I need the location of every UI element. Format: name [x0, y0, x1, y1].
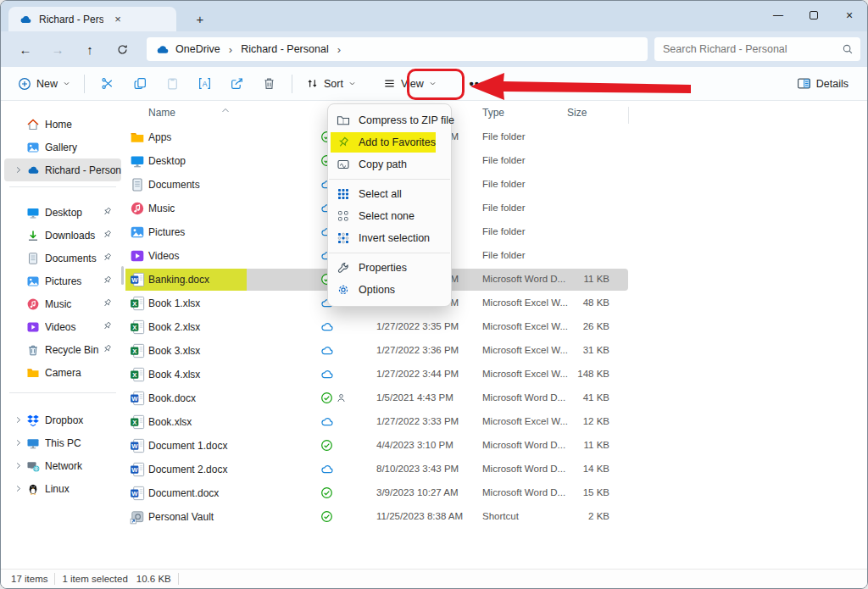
delete-button[interactable] [253, 71, 285, 97]
file-size: 11 KB [531, 274, 609, 284]
this-pc-icon [26, 436, 40, 450]
see-more-button[interactable]: ••• [459, 71, 496, 97]
sidebar-scrollbar[interactable] [121, 266, 124, 285]
chevron-right-icon[interactable] [9, 484, 26, 493]
view-button[interactable]: View [376, 72, 443, 95]
search-input[interactable] [663, 43, 842, 55]
up-button[interactable]: ↑ [77, 36, 103, 62]
tab-close-icon[interactable]: × [110, 12, 125, 27]
options-gear-icon [337, 283, 350, 297]
file-row-book-docx[interactable]: WBook.docx1/5/2021 4:43 PMMicrosoft Word… [125, 386, 867, 410]
file-row-personal-vault[interactable]: Personal Vault11/25/2023 8:38 AMShortcut… [125, 505, 867, 529]
sidebar-item-linux[interactable]: Linux [4, 477, 121, 500]
rename-button[interactable]: A [188, 71, 220, 97]
new-button-label: New [36, 78, 58, 90]
minimize-button[interactable]: — [760, 1, 796, 30]
file-name: Document 1.docx [148, 440, 227, 452]
copy-button[interactable] [124, 71, 156, 97]
rename-icon: A [198, 76, 212, 91]
file-row-book-xlsx[interactable]: XBook.xlsx1/27/2022 3:33 PMMicrosoft Exc… [125, 410, 867, 434]
maximize-button[interactable] [796, 1, 832, 30]
date-modified: 1/27/2022 3:33 PM [376, 416, 459, 426]
forward-button[interactable]: → [45, 36, 70, 62]
search-icon [842, 43, 854, 55]
cut-button[interactable] [92, 71, 124, 97]
menu-item-options[interactable]: Options [328, 279, 451, 301]
refresh-button[interactable] [109, 36, 135, 62]
items-count: 17 items [11, 574, 47, 584]
breadcrumb-onedrive[interactable]: OneDrive [175, 43, 220, 55]
sidebar-item-this-pc[interactable]: This PC [4, 431, 121, 454]
sidebar-item-dropbox[interactable]: Dropbox [4, 408, 121, 431]
sort-button[interactable]: Sort [299, 72, 363, 95]
file-row-document-2-docx[interactable]: WDocument 2.docx8/10/2023 3:43 PMMicroso… [125, 458, 867, 481]
address-bar[interactable]: OneDrive › Richard - Personal › [147, 37, 648, 61]
home-icon [26, 118, 40, 131]
file-list-pane: Name St Type Size AppsMFile folderDeskto… [125, 101, 867, 569]
file-row-videos[interactable]: VideosFile folder [125, 244, 867, 268]
sidebar-item-desktop[interactable]: Desktop [4, 201, 121, 224]
file-name: Book 4.xlsx [148, 369, 200, 381]
file-row-book-4-xlsx[interactable]: XBook 4.xlsx1/27/2022 3:44 PMMicrosoft E… [125, 363, 867, 386]
file-row-pictures[interactable]: PicturesFile folder [125, 220, 867, 244]
svg-text:W: W [131, 276, 138, 284]
sidebar-item-documents[interactable]: Documents [4, 247, 121, 269]
paste-button[interactable] [156, 71, 188, 97]
details-button[interactable]: Details [790, 71, 855, 96]
column-header-size[interactable]: Size [567, 107, 587, 119]
word-doc-icon: W [130, 486, 145, 501]
file-row-music[interactable]: MusicFile folder [125, 197, 867, 220]
chevron-right-icon[interactable] [9, 461, 26, 470]
file-row-book-2-xlsx[interactable]: XBook 2.xlsx1/27/2022 3:35 PMMicrosoft E… [125, 315, 867, 339]
tab-richard-personal[interactable]: Richard - Personal × [8, 7, 176, 31]
sidebar-item-network[interactable]: Network [4, 454, 121, 477]
chevron-right-icon[interactable] [9, 165, 26, 175]
menu-item-select-none[interactable]: Select none [328, 205, 451, 227]
cloud-status-icon [320, 368, 334, 381]
file-row-banking-docx[interactable]: WBanking.docxMMicrosoft Word D...11 KB [125, 268, 867, 292]
menu-item-properties[interactable]: Properties [328, 257, 451, 279]
sidebar-item-richard-personal[interactable]: Richard - Personal [4, 158, 121, 181]
file-row-document-1-docx[interactable]: WDocument 1.docx4/4/2023 3:10 PMMicrosof… [125, 434, 867, 458]
menu-item-compress-to-zip-file[interactable]: Compress to ZIP file [328, 109, 451, 131]
chevron-down-icon [63, 80, 70, 87]
menu-item-invert-selection[interactable]: Invert selection [328, 227, 451, 249]
column-header-name[interactable]: Name [148, 107, 175, 119]
menu-item-label: Select none [359, 210, 415, 222]
file-row-document-docx[interactable]: WDocument.docx3/9/2023 10:27 AMMicrosoft… [125, 481, 867, 505]
file-type: File folder [482, 226, 609, 236]
new-tab-button[interactable]: + [191, 9, 209, 28]
word-doc-icon: W [130, 462, 145, 477]
recycle-bin-icon [26, 343, 40, 357]
file-row-book-1-xlsx[interactable]: XBook 1.xlsx1/27/2022 3:34 PMMicrosoft E… [125, 292, 867, 315]
svg-text:X: X [132, 300, 137, 308]
scissors-icon [101, 76, 115, 91]
sidebar-item-videos[interactable]: Videos [4, 315, 121, 338]
sidebar-item-downloads[interactable]: Downloads [4, 224, 121, 247]
breadcrumb-richard-personal[interactable]: Richard - Personal [241, 43, 329, 55]
sidebar-item-recycle-bin[interactable]: Recycle Bin [4, 338, 121, 361]
chevron-right-icon: › [226, 43, 235, 56]
sidebar-item-music[interactable]: Music [4, 292, 121, 315]
close-button[interactable]: × [832, 1, 867, 30]
new-button[interactable]: New [11, 72, 77, 96]
chevron-right-icon[interactable] [9, 415, 26, 425]
menu-item-select-all[interactable]: Select all [328, 183, 451, 205]
sidebar-item-pictures[interactable]: Pictures [4, 269, 121, 292]
file-row-documents[interactable]: DocumentsFile folder [125, 173, 867, 197]
chevron-right-icon[interactable] [9, 438, 26, 447]
desktop-icon [26, 206, 40, 219]
search-box[interactable] [654, 37, 860, 61]
menu-item-copy-path[interactable]: Copy path [328, 153, 451, 175]
menu-item-add-to-favorites[interactable]: Add to Favorites [328, 131, 451, 153]
file-row-book-3-xlsx[interactable]: XBook 3.xlsx1/27/2022 3:36 PMMicrosoft E… [125, 339, 867, 363]
back-button[interactable]: ← [13, 36, 38, 62]
sidebar-item-camera[interactable]: Camera [4, 361, 121, 384]
column-header-type[interactable]: Type [482, 107, 504, 119]
sidebar-item-home[interactable]: Home [4, 113, 121, 136]
file-row-apps[interactable]: AppsMFile folder [125, 125, 867, 149]
sidebar-item-gallery[interactable]: Gallery [4, 136, 121, 158]
file-row-desktop[interactable]: DesktopFile folder [125, 149, 867, 173]
onedrive-cloud-icon [155, 42, 170, 57]
share-button[interactable] [220, 71, 253, 97]
